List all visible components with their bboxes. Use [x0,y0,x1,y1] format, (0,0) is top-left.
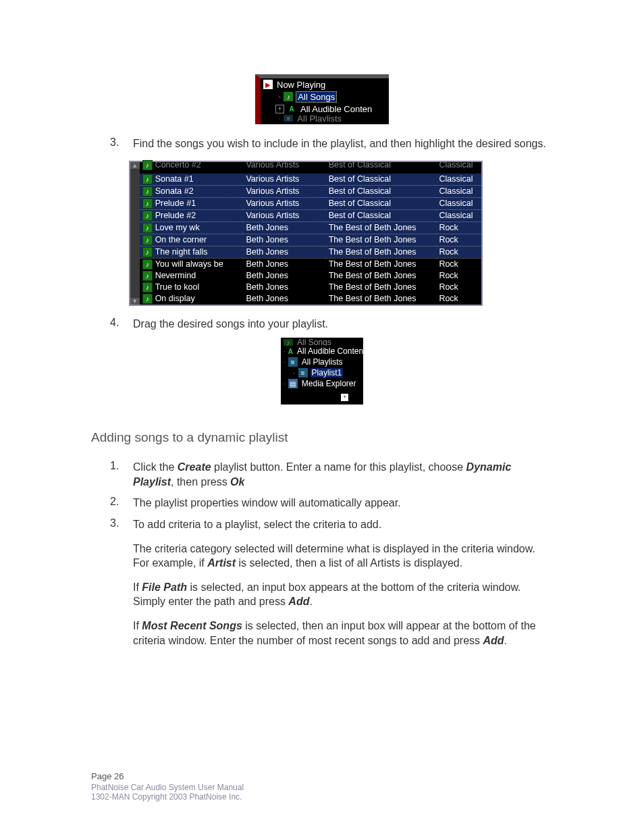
song-artist-cell: Beth Jones [243,234,325,246]
table-row[interactable]: ♪On the cornerBeth JonesThe Best of Beth… [140,234,481,246]
song-genre-cell: Classical [436,174,481,186]
song-album-cell: Best of Classical [326,185,437,197]
page-footer: Page 26 PhatNoise Car Audio System User … [91,771,244,802]
instruction-step-4: 4. Drag the desired songs into your play… [91,317,553,332]
music-note-icon: ♪ [142,247,153,257]
tree-connector: · [284,380,284,388]
tree-label: Media Explorer [300,379,358,388]
table-row[interactable]: ♪Prelude #2Various ArtistsBest of Classi… [140,209,481,221]
song-artist-cell: Beth Jones [243,270,325,282]
song-album-cell: The Best of Beth Jones [326,234,437,246]
song-artist-cell: Beth Jones [243,221,325,234]
song-title-cell: ♪The night falls [140,246,244,258]
tree-label: All Playlists [300,357,344,367]
songs-icon: ♪ [284,339,293,346]
music-note-icon: ♪ [142,186,153,197]
songs-table: ♪Concerto #2Various ArtistsBest of Class… [140,162,481,305]
step-number: 3. [91,517,129,648]
instruction-step-3: 3. Find the songs you wish to include in… [91,136,553,151]
expand-icon[interactable]: + [275,105,284,113]
song-title-cell: ♪On display [140,293,244,305]
song-album-cell: The Best of Beth Jones [326,258,437,270]
playlist-icon: ≡ [288,357,298,367]
emphasis-artist: Artist [207,557,236,569]
folder-icon: ▤ [288,379,298,388]
screenshot-playlist-tree: ♪ All Songs · A All Audible Conten · ≡ A… [281,338,363,405]
dynamic-step-3: 3. To add criteria to a playlist, select… [91,517,553,648]
song-artist-cell: Various Artists [243,197,325,209]
tree-label: Playlist1 [311,368,344,377]
emphasis-file-path: File Path [142,581,187,593]
song-title-cell: ♪Sonata #1 [140,174,244,186]
tree-item-playlist1[interactable]: ·· ≡ Playlist1 [282,367,363,378]
song-album-cell: Best of Classical [326,209,437,221]
table-row[interactable]: ♪Sonata #1Various ArtistsBest of Classic… [140,174,481,186]
tree-item-all-audible[interactable]: · A All Audible Conten [282,346,363,357]
song-album-cell: Best of Classical [326,197,437,209]
table-row[interactable]: ♪Concerto #2Various ArtistsBest of Class… [140,162,481,174]
song-artist-cell: Beth Jones [243,282,325,293]
tree-item-all-songs[interactable]: ♪ All Songs [282,339,363,346]
table-row[interactable]: ♪The night fallsBeth JonesThe Best of Be… [140,246,481,258]
tree-item-all-playlists[interactable]: ··· ≡ All Playlists [261,115,389,122]
step-text: To add criteria to a playlist, select th… [129,517,553,648]
step-sub-paragraph: The criteria category selected will dete… [133,542,553,571]
song-album-cell: The Best of Beth Jones [326,293,437,305]
tree-item-all-audible[interactable]: + A All Audible Conten [261,103,389,115]
table-row[interactable]: ♪Sonata #2Various ArtistsBest of Classic… [140,185,481,197]
song-artist-cell: Various Artists [243,209,325,221]
emphasis-ok: Ok [230,476,244,488]
step-sub-paragraph: If File Path is selected, an input box a… [133,580,553,609]
song-artist-cell: Beth Jones [243,246,325,258]
drag-cursor: + [282,389,363,399]
song-artist-cell: Various Artists [243,185,325,197]
table-row[interactable]: ♪You will always beBeth JonesThe Best of… [140,258,481,270]
dynamic-step-1: 1. Click the Create playlist button. Ent… [91,460,553,489]
tree-item-all-playlists[interactable]: · ≡ All Playlists [282,357,363,367]
footer-manual-title: PhatNoise Car Audio System User Manual [91,783,244,792]
tree-item-now-playing[interactable]: ▶ Now Playing [261,78,389,90]
table-row[interactable]: ♪NevermindBeth JonesThe Best of Beth Jon… [140,270,481,282]
tree-label: All Audible Conten [296,346,363,356]
scroll-down-icon[interactable]: ▼ [130,298,140,305]
table-row[interactable]: ♪Love my wkBeth JonesThe Best of Beth Jo… [140,221,481,234]
song-genre-cell: Classical [436,185,481,197]
music-note-icon: ♪ [142,211,153,221]
tree-label: All Audible Conten [299,104,373,114]
tree-connector: ··· [278,115,279,122]
tree-label: All Songs [296,339,333,346]
step-number: 4. [91,317,129,332]
table-row[interactable]: ♪On displayBeth JonesThe Best of Beth Jo… [140,293,481,305]
emphasis-most-recent: Most Recent Songs [142,620,242,631]
emphasis-create: Create [178,461,211,473]
scroll-up-icon[interactable]: ▲ [130,162,140,169]
screenshot-library-tree: ▶ Now Playing ··· ♪ All Songs + A All Au… [255,74,389,124]
song-genre-cell: Rock [436,234,481,246]
song-genre-cell: Classical [436,159,481,171]
step-number: 3. [91,136,129,151]
song-artist-cell: Various Artists [243,159,325,171]
tree-label: All Songs [296,91,337,103]
song-genre-cell: Classical [436,197,481,209]
song-title-cell: ♪Prelude #1 [140,197,244,209]
song-artist-cell: Beth Jones [243,293,325,305]
emphasis-add: Add [483,635,504,646]
tree-connector: ·· [293,369,294,377]
song-title-cell: ♪Nevermind [140,270,244,282]
tree-item-media-explorer[interactable]: · ▤ Media Explorer [282,378,363,389]
tree-item-all-songs[interactable]: ··· ♪ All Songs [261,90,389,103]
song-album-cell: Best of Classical [326,174,437,186]
song-genre-cell: Classical [436,209,481,221]
table-row[interactable]: ♪True to koolBeth JonesThe Best of Beth … [140,282,481,293]
scrollbar[interactable]: ▲ ▼ [130,162,140,305]
section-heading: Adding songs to a dynamic playlist [91,430,553,445]
table-row[interactable]: ♪Prelude #1Various ArtistsBest of Classi… [140,197,481,209]
audible-icon: A [287,104,296,113]
page-number: Page 26 [91,771,244,781]
plus-icon: + [341,394,348,401]
screenshot-song-list: ▲ ▼ ♪Concerto #2Various ArtistsBest of C… [129,161,483,306]
emphasis-add: Add [288,596,309,607]
music-note-icon: ♪ [142,223,153,233]
play-icon: ▶ [263,80,273,89]
library-tab [255,78,261,124]
